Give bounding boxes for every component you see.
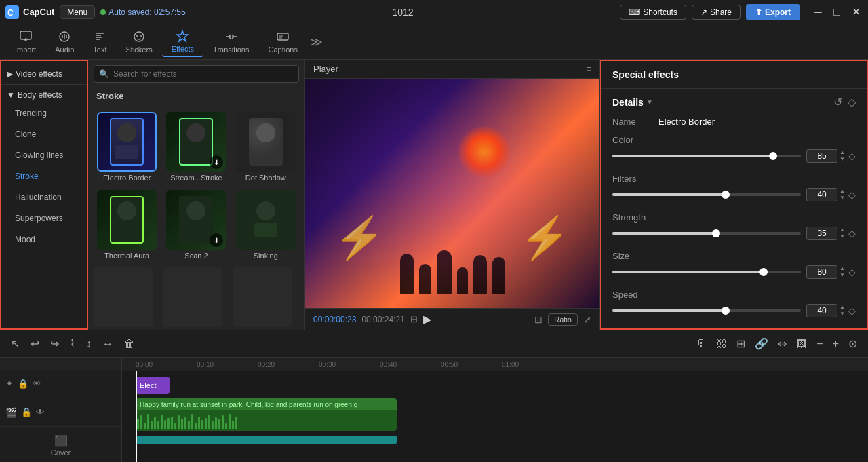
play-button[interactable]: ▶ xyxy=(423,313,431,326)
effect-item-scan-2[interactable]: ⬇ Scan 2 xyxy=(163,187,229,263)
size-up[interactable]: ▲ xyxy=(839,265,846,272)
tab-captions[interactable]: Captions xyxy=(258,27,307,56)
diamond-button[interactable]: ◇ xyxy=(848,96,856,109)
tab-audio[interactable]: Audio xyxy=(45,27,83,56)
zoom-out-button[interactable]: − xyxy=(814,334,825,353)
grid-view-icon[interactable]: ⊞ xyxy=(410,314,418,324)
sidebar-section-body-effects[interactable]: ▼ Body effects xyxy=(1,88,87,102)
tab-text[interactable]: Text xyxy=(83,27,116,56)
strength-down[interactable]: ▼ xyxy=(839,233,846,240)
video-track-visible[interactable]: 👁 xyxy=(36,407,45,417)
effect-item-thermal-aura[interactable]: Thermal Aura xyxy=(94,187,160,263)
shortcuts-button[interactable]: ⌨ Shortcuts xyxy=(620,5,686,20)
player-menu-icon[interactable]: ≡ xyxy=(586,64,591,74)
effects-panel: 🔍 Stroke Electro Border xyxy=(88,60,305,330)
maximize-button[interactable]: □ xyxy=(830,5,844,18)
tab-import-label: Import xyxy=(15,45,36,54)
split-button[interactable]: ⌇ xyxy=(67,334,78,353)
undo-button[interactable]: ↩ xyxy=(28,334,42,353)
split-tracks-button[interactable]: ⊞ xyxy=(734,334,748,353)
speed-down[interactable]: ▼ xyxy=(839,311,846,317)
effect-item-dot-shadow[interactable]: Dot Shadow xyxy=(233,109,299,185)
video-clip-waveform xyxy=(136,410,397,431)
svg-marker-7 xyxy=(177,31,188,41)
effects-grid: Electro Border ⬇ Stream...Stroke xyxy=(88,107,304,265)
color-slider-track[interactable] xyxy=(612,155,801,157)
chain-link-button[interactable]: ⛓ xyxy=(713,334,730,353)
filters-slider-thumb[interactable] xyxy=(722,191,730,199)
reset-button[interactable]: ↺ xyxy=(833,96,842,109)
color-down[interactable]: ▼ xyxy=(839,156,846,163)
sidebar-item-hallucination[interactable]: Hallucination xyxy=(4,187,84,208)
tab-stickers[interactable]: Stickers xyxy=(117,27,162,56)
filters-label: Filters xyxy=(612,174,856,184)
strength-keyframe[interactable]: ◇ xyxy=(848,228,856,239)
minimize-button[interactable]: ─ xyxy=(811,5,825,18)
filters-up[interactable]: ▲ xyxy=(839,188,846,195)
sidebar-item-glowing-lines[interactable]: Glowing lines xyxy=(4,145,84,166)
sidebar-item-mood[interactable]: Mood xyxy=(4,229,84,250)
color-up[interactable]: ▲ xyxy=(839,149,846,156)
cursor-tool[interactable]: ↖ xyxy=(8,334,22,353)
zoom-in-button[interactable]: + xyxy=(830,334,842,353)
redo-button[interactable]: ↪ xyxy=(47,334,62,353)
tab-transitions[interactable]: Transitions xyxy=(203,27,258,56)
color-value-box: 85 ▲ ▼ ◇ xyxy=(806,149,856,163)
size-slider-thumb[interactable] xyxy=(760,268,768,276)
strength-slider-thumb[interactable] xyxy=(712,229,720,237)
effect-item-stream-stroke[interactable]: ⬇ Stream...Stroke xyxy=(163,109,229,185)
sidebar-item-superpowers[interactable]: Superpowers xyxy=(4,208,84,229)
menu-button[interactable]: Menu xyxy=(60,5,95,19)
link-button[interactable]: 🔗 xyxy=(752,334,771,353)
effect-item-electro-border[interactable]: Electro Border xyxy=(94,109,160,185)
filters-slider-track[interactable] xyxy=(612,193,801,196)
sidebar-item-stroke[interactable]: Stroke xyxy=(4,166,84,187)
split-audio-button[interactable]: ↕ xyxy=(83,335,94,353)
mic-button[interactable]: 🎙 xyxy=(693,334,709,353)
size-down[interactable]: ▼ xyxy=(839,272,846,279)
filters-down[interactable]: ▼ xyxy=(839,195,846,201)
sidebar-item-clone[interactable]: Clone xyxy=(4,124,84,145)
tab-expand[interactable]: ≫ xyxy=(310,35,323,50)
fit-screen-button[interactable]: ⊡ xyxy=(534,314,542,325)
video-track-lock[interactable]: 🔒 xyxy=(21,407,32,417)
tab-effects[interactable]: Effects xyxy=(162,26,203,57)
speed-keyframe[interactable]: ◇ xyxy=(848,305,856,316)
fit-button[interactable]: ⊙ xyxy=(846,334,860,353)
color-keyframe[interactable]: ◇ xyxy=(848,151,856,161)
effect-clip[interactable]: Elect xyxy=(136,377,170,394)
filters-keyframe[interactable]: ◇ xyxy=(848,189,856,200)
effects-search-input[interactable] xyxy=(94,65,299,83)
split-video-button[interactable]: ↔ xyxy=(100,335,116,353)
track-visible[interactable]: 👁 xyxy=(33,379,41,389)
speed-slider-thumb[interactable] xyxy=(722,307,730,315)
image-button[interactable]: 🖼 xyxy=(793,334,810,353)
color-slider-thumb[interactable] xyxy=(769,152,777,160)
effect-name-row: Name Electro Border xyxy=(601,113,867,131)
speed-up[interactable]: ▲ xyxy=(839,304,846,311)
video-clip[interactable]: Happy family run at sunset in park. Chil… xyxy=(136,398,397,431)
share-button[interactable]: ↗ Share xyxy=(692,5,741,20)
export-button[interactable]: ⬆ Export xyxy=(746,4,800,20)
strength-up[interactable]: ▲ xyxy=(839,227,846,233)
tab-import[interactable]: Import xyxy=(5,27,45,56)
size-value: 80 xyxy=(806,265,837,279)
size-keyframe[interactable]: ◇ xyxy=(848,267,856,277)
close-button[interactable]: ✕ xyxy=(849,5,863,18)
color-spinners: ▲ ▼ xyxy=(839,149,846,163)
strength-label: Strength xyxy=(612,212,856,223)
ratio-button[interactable]: Ratio xyxy=(548,313,578,326)
size-slider-track[interactable] xyxy=(612,271,801,273)
video-effects-arrow: ▶ xyxy=(7,69,13,79)
speed-slider-track[interactable] xyxy=(612,309,801,312)
effect-item-sinking[interactable]: Sinking xyxy=(233,187,299,263)
expand-button[interactable]: ⇔ xyxy=(775,334,789,353)
filters-slider-row: Filters 40 ▲ ▼ ◇ xyxy=(601,170,867,208)
fullscreen-button[interactable]: ⤢ xyxy=(583,314,591,325)
sidebar-section-video-effects[interactable]: ▶ Video effects xyxy=(1,66,87,81)
strength-slider-track[interactable] xyxy=(612,232,801,235)
track-lock[interactable]: 🔒 xyxy=(18,379,28,389)
delete-button[interactable]: 🗑 xyxy=(121,335,138,353)
sidebar-item-trending[interactable]: Trending xyxy=(4,103,84,123)
filters-slider-fill xyxy=(612,193,726,196)
